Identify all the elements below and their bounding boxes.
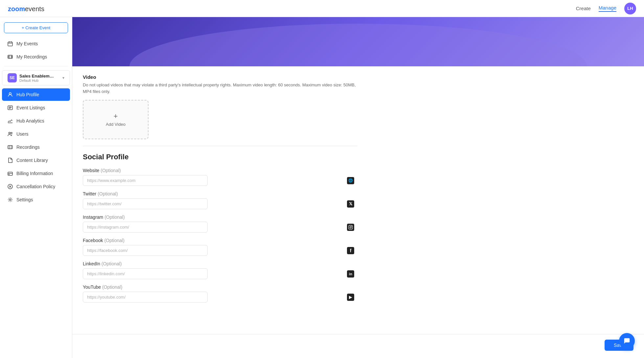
svg-point-26	[9, 174, 10, 175]
linkedin-label: LinkedIn (Optional)	[83, 261, 357, 266]
website-label: Website (Optional)	[83, 168, 357, 173]
chat-bubble-button[interactable]	[619, 333, 635, 349]
hub-name: Sales Enablement R...	[19, 74, 56, 78]
youtube-label: YouTube (Optional)	[83, 284, 357, 290]
sidebar-item-my-recordings[interactable]: My Recordings	[2, 51, 70, 63]
sidebar-item-recordings[interactable]: Recordings	[2, 141, 70, 153]
section-divider	[83, 146, 357, 146]
sidebar-item-label: My Recordings	[16, 54, 47, 59]
youtube-input-wrapper: ▶	[83, 292, 357, 302]
svg-rect-6	[8, 55, 12, 58]
main-content: Video Do not upload videos that may viol…	[72, 17, 644, 358]
add-icon: +	[114, 113, 118, 120]
sidebar-item-content-library[interactable]: Content Library	[2, 154, 70, 167]
social-profile-title: Social Profile	[83, 153, 357, 161]
svg-text:events: events	[25, 5, 44, 12]
sidebar-item-label: Cancellation Policy	[16, 184, 55, 189]
sidebar-item-label: Hub Analytics	[16, 118, 44, 123]
linkedin-field: LinkedIn (Optional) in	[83, 261, 357, 279]
sidebar-item-cancellation-policy[interactable]: Cancellation Policy	[2, 180, 70, 193]
facebook-label: Facebook (Optional)	[83, 238, 357, 243]
calendar-icon	[7, 41, 13, 47]
instagram-field: Instagram (Optional)	[83, 214, 357, 233]
instagram-label: Instagram (Optional)	[83, 214, 357, 220]
film-icon	[7, 54, 13, 60]
facebook-field: Facebook (Optional) f	[83, 238, 357, 256]
hub-banner	[72, 17, 644, 66]
facebook-input[interactable]	[83, 245, 208, 256]
twitter-field: Twitter (Optional) 𝕏	[83, 191, 357, 209]
sidebar: + Create Event My Events My Recordings S…	[0, 17, 72, 358]
settings-icon	[7, 197, 13, 203]
twitter-icon: 𝕏	[347, 200, 354, 208]
sidebar-divider	[4, 66, 68, 66]
svg-point-30	[10, 199, 11, 201]
instagram-icon	[347, 224, 354, 231]
policy-icon	[7, 184, 13, 190]
add-video-label: Add Video	[106, 122, 126, 127]
add-video-button[interactable]: + Add Video	[83, 100, 149, 139]
create-event-button[interactable]: + Create Event	[4, 22, 68, 33]
sidebar-item-settings[interactable]: Settings	[2, 193, 70, 206]
twitter-label: Twitter (Optional)	[83, 191, 357, 196]
instagram-optional: (Optional)	[104, 214, 125, 220]
sidebar-item-label: Event Listings	[16, 105, 45, 110]
twitter-input[interactable]	[83, 198, 208, 209]
facebook-optional: (Optional)	[104, 238, 124, 243]
film-icon	[7, 144, 13, 150]
create-link[interactable]: Create	[576, 6, 591, 11]
sidebar-item-label: Billing Information	[16, 171, 53, 176]
svg-rect-24	[8, 172, 12, 175]
youtube-optional: (Optional)	[102, 284, 122, 290]
analytics-icon	[7, 118, 13, 124]
linkedin-optional: (Optional)	[102, 261, 122, 266]
sidebar-item-hub-profile[interactable]: Hub Profile	[2, 88, 70, 101]
svg-point-33	[351, 226, 352, 226]
linkedin-input-wrapper: in	[83, 268, 357, 279]
instagram-input-wrapper	[83, 222, 357, 233]
instagram-input[interactable]	[83, 222, 208, 233]
svg-point-20	[11, 132, 12, 134]
hub-text: Sales Enablement R... Default Hub	[19, 74, 60, 82]
svg-rect-31	[349, 225, 353, 229]
sidebar-item-users[interactable]: Users	[2, 128, 70, 140]
website-input-wrapper: 🌐	[83, 175, 357, 186]
website-field: Website (Optional) 🌐	[83, 168, 357, 186]
topnav: zoom events Create Manage LH	[0, 0, 644, 17]
hub-icon: SE	[8, 73, 17, 82]
globe-icon: 🌐	[347, 177, 354, 184]
file-icon	[7, 157, 13, 163]
content-area: Video Do not upload videos that may viol…	[72, 66, 368, 334]
twitter-input-wrapper: 𝕏	[83, 198, 357, 209]
sidebar-item-label: Settings	[16, 197, 33, 202]
sidebar-item-my-events[interactable]: My Events	[2, 37, 70, 50]
facebook-input-wrapper: f	[83, 245, 357, 256]
logo[interactable]: zoom events	[8, 4, 47, 13]
chevron-down-icon: ▾	[62, 76, 64, 80]
svg-rect-21	[8, 145, 12, 149]
svg-point-32	[350, 226, 352, 228]
svg-point-13	[9, 93, 11, 95]
sidebar-item-event-listings[interactable]: Event Listings	[2, 101, 70, 114]
topnav-right: Create Manage LH	[576, 3, 636, 14]
billing-icon	[7, 170, 13, 176]
sidebar-item-label: Content Library	[16, 158, 48, 163]
sidebar-item-label: Users	[16, 131, 29, 137]
hub-selector[interactable]: SE Sales Enablement R... Default Hub ▾	[2, 70, 70, 85]
sidebar-item-hub-analytics[interactable]: Hub Analytics	[2, 115, 70, 127]
user-avatar[interactable]: LH	[624, 3, 636, 14]
youtube-input[interactable]	[83, 292, 208, 302]
linkedin-input[interactable]	[83, 268, 208, 279]
sidebar-item-billing-information[interactable]: Billing Information	[2, 167, 70, 180]
website-input[interactable]	[83, 175, 208, 186]
manage-link[interactable]: Manage	[599, 5, 616, 12]
video-description: Do not upload videos that may violate a …	[83, 82, 357, 95]
user-icon	[7, 92, 13, 98]
website-optional: (Optional)	[101, 168, 121, 173]
hub-sub: Default Hub	[19, 78, 60, 82]
facebook-icon: f	[347, 247, 354, 254]
sidebar-item-label: My Events	[16, 41, 38, 46]
linkedin-icon: in	[347, 270, 354, 278]
svg-rect-2	[8, 42, 12, 46]
svg-text:zoom: zoom	[8, 5, 25, 12]
